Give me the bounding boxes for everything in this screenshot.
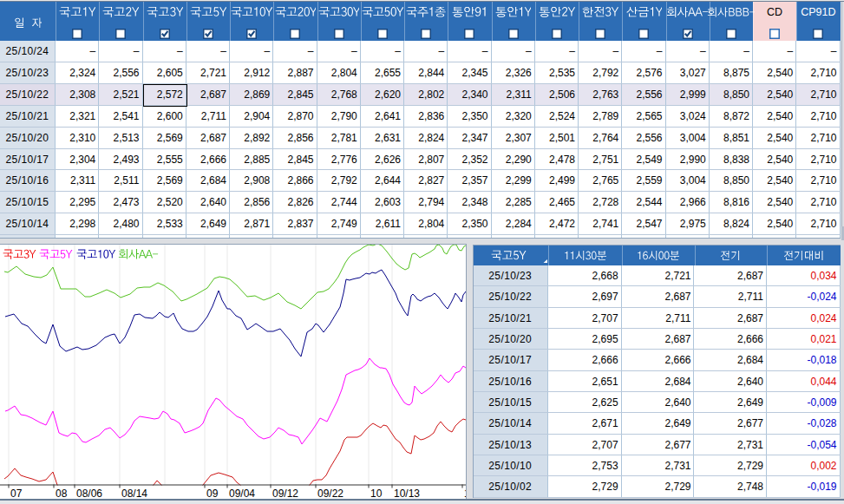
svg-text:09: 09 <box>206 487 219 499</box>
svg-text:10/13: 10/13 <box>394 487 420 499</box>
svg-text:1: 1 <box>464 487 466 499</box>
svg-text:08: 08 <box>56 487 68 499</box>
svg-text:08/14: 08/14 <box>121 487 147 499</box>
svg-text:09/12: 09/12 <box>272 487 298 499</box>
svg-text:09/04: 09/04 <box>229 487 255 499</box>
svg-text:07: 07 <box>10 487 23 499</box>
svg-text:09/22: 09/22 <box>317 487 343 499</box>
svg-text:08/06: 08/06 <box>76 487 102 499</box>
svg-text:10: 10 <box>370 487 383 499</box>
